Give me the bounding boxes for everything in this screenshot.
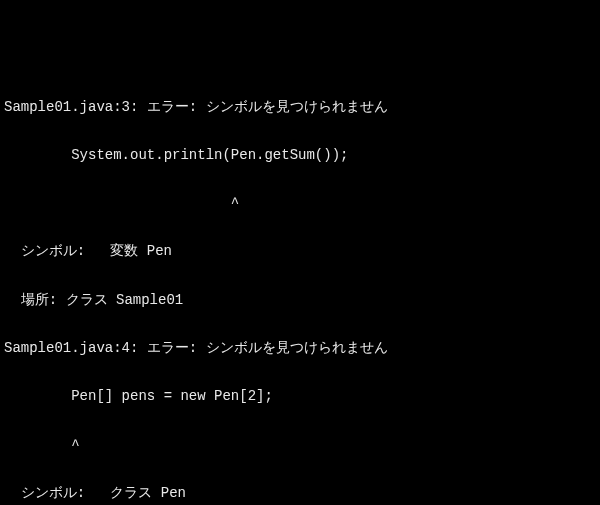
terminal-line: ^	[4, 437, 596, 453]
terminal-line: 場所: クラス Sample01	[4, 292, 596, 308]
terminal-line: シンボル: 変数 Pen	[4, 243, 596, 259]
terminal-output: Sample01.java:3: エラー: シンボルを見つけられません Syst…	[4, 66, 596, 505]
terminal-line: シンボル: クラス Pen	[4, 485, 596, 501]
terminal-line: ^	[4, 195, 596, 211]
terminal-line: System.out.println(Pen.getSum());	[4, 147, 596, 163]
terminal-line: Pen[] pens = new Pen[2];	[4, 388, 596, 404]
terminal-line: Sample01.java:4: エラー: シンボルを見つけられません	[4, 340, 596, 356]
terminal-line: Sample01.java:3: エラー: シンボルを見つけられません	[4, 99, 596, 115]
